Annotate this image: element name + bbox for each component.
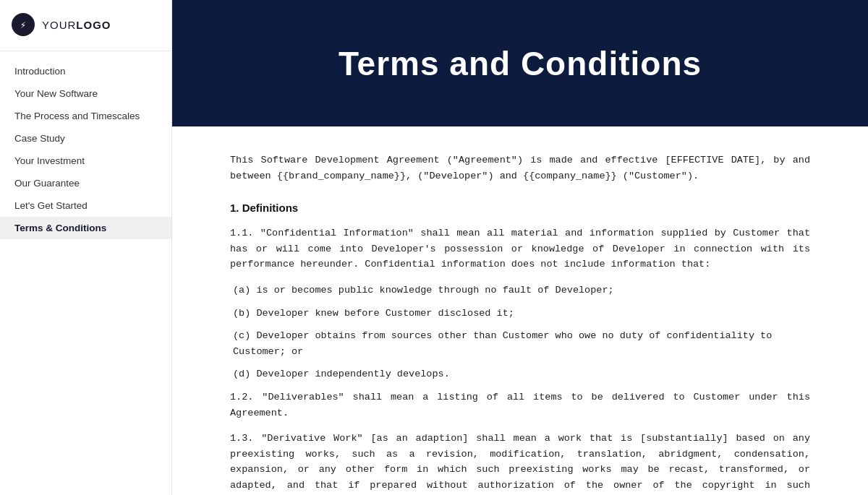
list-item-c: (c) Developer obtains from sources other… [230,328,810,359]
nav-item-case-study: Case Study [0,127,171,150]
logo-your: YOUR [42,19,76,31]
section1-3-text: 1.3. "Derivative Work" [as an adaption] … [230,431,810,495]
nav-item-your-investment: Your Investment [0,150,171,172]
sidebar: ⚡ YOURLOGO Introduction Your New Softwar… [0,0,172,495]
nav-link-your-new-software[interactable]: Your New Software [0,82,171,105]
nav-item-the-process-and-timescales: The Process and Timescales [0,105,171,127]
nav-link-our-guarantee[interactable]: Our Guarantee [0,172,171,194]
content-area: This Software Development Agreement ("Ag… [172,126,868,495]
nav-link-case-study[interactable]: Case Study [0,127,171,150]
nav-link-introduction[interactable]: Introduction [0,60,171,82]
logo-text: YOURLOGO [42,19,111,31]
page-title: Terms and Conditions [339,44,702,83]
nav-item-introduction: Introduction [0,60,171,82]
nav-item-lets-get-started: Let's Get Started [0,194,171,217]
section1-2-text: 1.2. "Deliverables" shall mean a listing… [230,389,810,421]
nav-link-terms-conditions[interactable]: Terms & Conditions [0,217,171,239]
logo-area: ⚡ YOURLOGO [0,0,171,51]
intro-paragraph: This Software Development Agreement ("Ag… [230,152,810,184]
main-content: Terms and Conditions This Software Devel… [172,0,868,495]
logo-logo: LOGO [76,19,111,31]
section1-title: 1. Definitions [230,199,810,217]
nav-list: Introduction Your New Software The Proce… [0,51,171,248]
logo-icon: ⚡ [12,13,35,36]
nav-link-your-investment[interactable]: Your Investment [0,150,171,172]
section1-1-text: 1.1. "Confidential Information" shall me… [230,225,810,272]
list-item-d: (d) Developer independently develops. [230,366,810,382]
nav-item-your-new-software: Your New Software [0,82,171,105]
nav-item-terms-conditions: Terms & Conditions [0,217,171,239]
lightning-icon: ⚡ [20,19,26,31]
nav-link-the-process-and-timescales[interactable]: The Process and Timescales [0,105,171,127]
list-item-a: (a) is or becomes public knowledge throu… [230,283,810,298]
nav-link-lets-get-started[interactable]: Let's Get Started [0,194,171,217]
nav-item-our-guarantee: Our Guarantee [0,172,171,194]
list-item-b: (b) Developer knew before Customer discl… [230,306,810,322]
header-banner: Terms and Conditions [172,0,868,126]
